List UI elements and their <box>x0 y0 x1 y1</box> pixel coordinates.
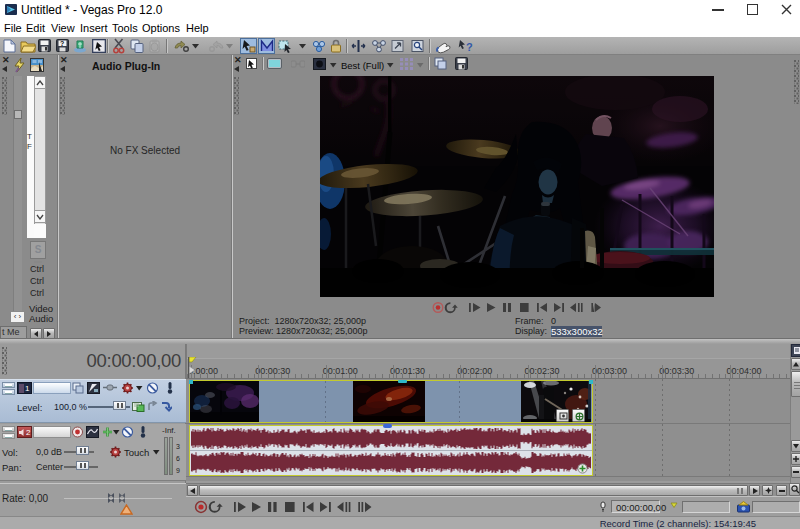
svg-text:?: ? <box>60 40 64 47</box>
svg-text:?: ? <box>466 41 473 53</box>
